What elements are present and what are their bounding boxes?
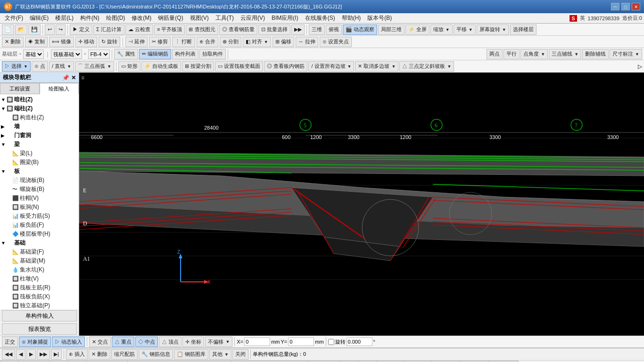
btn-rebar-next[interactable]: ▶ bbox=[26, 349, 36, 360]
menu-draw[interactable]: 绘图(D) bbox=[103, 13, 128, 23]
btn-point-draw[interactable]: ⊙ 点 bbox=[32, 61, 48, 72]
tab-project-settings[interactable]: 工程设置 bbox=[0, 83, 40, 94]
btn-edit-rebar[interactable]: ✏ 编辑钢筋 bbox=[139, 49, 171, 59]
btn-rebar-info[interactable]: 🔧 钢筋信息 bbox=[139, 349, 173, 360]
btn-save[interactable]: 💾 bbox=[28, 25, 41, 35]
tree-item-raft-main-rebar[interactable]: 🔲筏板主筋(R) bbox=[1, 283, 78, 292]
btn-snap-midpoint[interactable]: △ 重点 bbox=[112, 337, 134, 347]
tree-item-col-pier[interactable]: 🔲柱墩(V) bbox=[1, 274, 78, 283]
tree-item-isolated-found[interactable]: 🔲独立基础(P) bbox=[1, 301, 78, 309]
tree-item-floor-band[interactable]: 🔷楼层板带(H) bbox=[1, 230, 78, 239]
close-btn[interactable]: ✕ bbox=[632, 3, 640, 10]
btn-move[interactable]: ✛ 移动 bbox=[75, 37, 97, 47]
btn-open[interactable]: 📂 bbox=[15, 25, 27, 35]
type-select[interactable]: 筏板基础 bbox=[51, 49, 82, 59]
menu-floor[interactable]: 楼层(L) bbox=[52, 13, 76, 23]
btn-trim[interactable]: ✂ 修剪 bbox=[149, 37, 171, 47]
btn-rebar-first[interactable]: ◀◀ bbox=[2, 349, 15, 360]
tree-item-col-cap[interactable]: ⬛柱帽(V) bbox=[1, 194, 78, 203]
btn-3pt-arc[interactable]: ⌒ 三点画弧 ▼ bbox=[75, 61, 114, 72]
rotate-checkbox[interactable] bbox=[328, 339, 334, 345]
btn-single-component[interactable]: 单构件输入 bbox=[2, 310, 77, 321]
btn-cancel-slope[interactable]: ✕ 取消多边坡 ▼ bbox=[355, 61, 398, 72]
tree-item-beam[interactable]: ▼梁 bbox=[1, 140, 78, 149]
layer-select[interactable]: 基础 bbox=[23, 49, 44, 59]
cad-canvas[interactable]: 28400 6600 600 1200 3300 1200 3300 3300 … bbox=[79, 73, 644, 336]
btn-snap-center[interactable]: ◇ 中点 bbox=[135, 337, 158, 347]
menu-version[interactable]: 版本号(B) bbox=[364, 13, 395, 23]
btn-screen-rotate[interactable]: 屏幕旋转 ▼ bbox=[477, 25, 509, 35]
btn-offset[interactable]: ⊞ 偏移 bbox=[272, 37, 294, 47]
btn-obj-snap[interactable]: ⊙ 对象捕捉 bbox=[19, 337, 51, 347]
tree-item-found-beam-m[interactable]: 📐基础梁(M) bbox=[1, 256, 78, 265]
tree-item-struct-col[interactable]: 🔲构造柱(Z) bbox=[1, 113, 78, 122]
tree-item-spiral-slab[interactable]: 〜螺旋板(B) bbox=[1, 185, 78, 194]
btn-align[interactable]: ◧ 对齐 ▼ bbox=[243, 37, 271, 47]
btn-batch-select[interactable]: ⊡ 批量选择 bbox=[258, 25, 290, 35]
btn-ortho[interactable]: 正交 bbox=[2, 337, 18, 347]
tree-item-slab-rebar-s[interactable]: 📊板受力筋(S) bbox=[1, 212, 78, 221]
btn-delete[interactable]: ✕ 删除 bbox=[2, 37, 24, 47]
btn-stretch[interactable]: ↔ 拉伸 bbox=[296, 37, 318, 47]
btn-3d[interactable]: 三维 bbox=[309, 25, 325, 35]
btn-select[interactable]: ▷ 选择 ▼ bbox=[2, 61, 31, 72]
tree-item-dark-col[interactable]: ▼🔲暗柱(Z) bbox=[1, 95, 78, 104]
btn-topview[interactable]: 俯视 bbox=[326, 25, 342, 35]
btn-point-angle[interactable]: 点角度 ▼ bbox=[520, 49, 548, 59]
btn-rotate[interactable]: ↻ 旋转 bbox=[99, 37, 120, 47]
btn-fullscreen[interactable]: ⚡ 全屏 bbox=[405, 25, 429, 35]
btn-no-offset[interactable]: 不偏移 ▼ bbox=[205, 337, 232, 347]
btn-break[interactable]: ⋮ 打断 bbox=[172, 37, 195, 47]
tree-item-end-col[interactable]: ▼🔲端柱(Z) bbox=[1, 104, 78, 113]
menu-online[interactable]: 在线服务(S) bbox=[302, 13, 338, 23]
tree-item-sump[interactable]: 💧集水坑(K) bbox=[1, 265, 78, 274]
menu-component[interactable]: 构件(N) bbox=[77, 13, 102, 23]
menu-bim[interactable]: BIM应用(I) bbox=[269, 13, 301, 23]
tree-item-cast-slab[interactable]: 📄现浇板(B) bbox=[1, 176, 78, 185]
btn-new[interactable]: 📄 bbox=[2, 25, 14, 35]
btn-auto-gen-slab[interactable]: ⚡ 自动生成板 bbox=[141, 61, 181, 72]
btn-cloud-check[interactable]: ☁ 云检查 bbox=[125, 25, 153, 35]
tree-item-found-beam-f[interactable]: 📐基础梁(F) bbox=[1, 247, 78, 256]
btn-rebar-library[interactable]: 📋 钢筋图库 bbox=[174, 349, 208, 360]
tree-item-slab[interactable]: ▼板 bbox=[1, 167, 78, 176]
btn-component-list[interactable]: 构件列表 bbox=[172, 49, 198, 59]
btn-three-point-aux[interactable]: 三点辅线 ▼ bbox=[549, 49, 581, 59]
tree-item-slab-neg-rebar[interactable]: 📊板负筋(F) bbox=[1, 221, 78, 230]
tab-draw-input[interactable]: 绘图输入 bbox=[40, 83, 79, 94]
btn-undo[interactable]: ↩ bbox=[45, 25, 55, 35]
btn-rebar-scale[interactable]: 缩尺配筋 bbox=[111, 349, 138, 360]
y-input[interactable] bbox=[288, 337, 314, 346]
tree-item-wall[interactable]: ▶墙 bbox=[1, 122, 78, 131]
menu-tools[interactable]: 工具(T) bbox=[213, 13, 237, 23]
btn-rebar-insert[interactable]: ⊕ 插入 bbox=[66, 349, 88, 360]
btn-parallel[interactable]: 平行 bbox=[504, 49, 520, 59]
panel-pin-icon[interactable]: 📌 bbox=[62, 74, 69, 81]
btn-rebar-last[interactable]: ▶▶ bbox=[37, 349, 50, 360]
btn-local-3d[interactable]: 局部三维 bbox=[378, 25, 405, 35]
menu-rebar[interactable]: 钢筋量(Q) bbox=[155, 13, 186, 23]
btn-rebar-prev[interactable]: ◀ bbox=[16, 349, 25, 360]
btn-more[interactable]: ▶▶ bbox=[291, 25, 305, 35]
menu-cloud[interactable]: 云应用(V) bbox=[238, 13, 268, 23]
btn-align-top[interactable]: ≡ 平齐板顶 bbox=[154, 25, 185, 35]
restore-btn[interactable]: □ bbox=[621, 3, 630, 10]
tree-item-ring-beam[interactable]: 📐圈梁(B) bbox=[1, 158, 78, 167]
btn-snap-vertex[interactable]: △ 顶点 bbox=[159, 337, 182, 347]
btn-snap-coord[interactable]: ✛ 坐标 bbox=[182, 337, 204, 347]
btn-rebar-delete[interactable]: ✕ 删除 bbox=[89, 349, 110, 360]
menu-help[interactable]: 帮助(H) bbox=[339, 13, 364, 23]
btn-pan[interactable]: 平移 ▼ bbox=[454, 25, 476, 35]
btn-del-aux[interactable]: 删除辅线 bbox=[582, 49, 609, 59]
btn-view-slab-rebar[interactable]: ◎ 查看板内钢筋 bbox=[264, 61, 307, 72]
btn-rectangle[interactable]: ▭ 矩形 bbox=[118, 61, 140, 72]
btn-rebar-end[interactable]: ▶| bbox=[51, 349, 62, 360]
btn-dynamic-view[interactable]: 🎬 动态观察 bbox=[343, 25, 377, 35]
btn-merge[interactable]: ⊕ 合并 bbox=[197, 37, 218, 47]
btn-set-grip[interactable]: ⊙ 设置夹点 bbox=[320, 37, 352, 47]
btn-report-preview[interactable]: 报表预览 bbox=[2, 323, 77, 335]
menu-file[interactable]: 文件(F) bbox=[2, 13, 26, 23]
drawing-area[interactable]: 28400 6600 600 1200 3300 1200 3300 3300 … bbox=[79, 73, 644, 336]
btn-redo[interactable]: ↪ bbox=[56, 25, 66, 35]
panel-close-icon[interactable]: ✕ bbox=[71, 74, 76, 81]
